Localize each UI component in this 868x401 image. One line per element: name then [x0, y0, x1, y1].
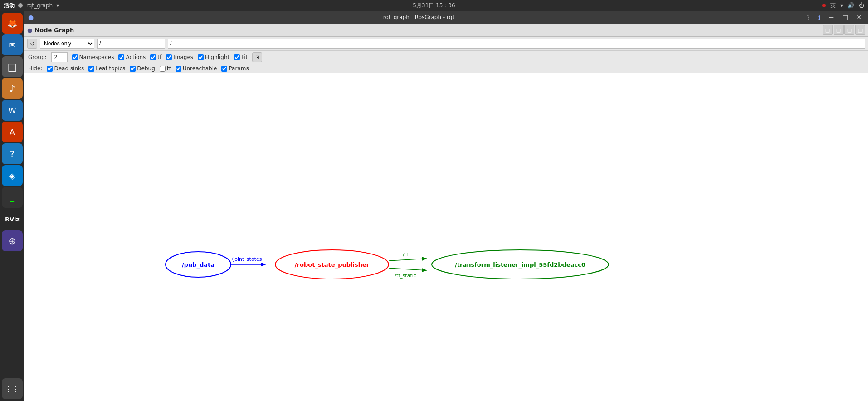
restore-win-btn[interactable]: □: [839, 13, 851, 22]
unreachable-text: Unreachable: [183, 65, 217, 72]
filter-input-1[interactable]: [97, 39, 165, 49]
highlight-checkbox-label[interactable]: Highlight: [198, 54, 229, 60]
sysbar-left: 活动 rqt_graph ▾: [4, 2, 59, 10]
tf-checkbox[interactable]: [150, 54, 156, 60]
node-pub-data-label: /pub_data: [182, 261, 215, 269]
datetime-label: 5月31日 15：36: [413, 2, 455, 10]
images-label: Images: [173, 54, 193, 60]
activity-label[interactable]: 活动: [4, 2, 15, 10]
panel-btn-2[interactable]: □: [834, 25, 844, 35]
dead-sinks-text: Dead sinks: [54, 65, 84, 72]
tf-label: tf: [157, 54, 161, 60]
refresh-button[interactable]: ↺: [27, 39, 37, 49]
dock-icon-help[interactable]: ?: [2, 143, 23, 164]
dead-sinks-label[interactable]: Dead sinks: [47, 65, 84, 72]
actions-label: Actions: [126, 54, 146, 60]
panel-btn-3[interactable]: □: [844, 25, 854, 35]
debug-checkbox[interactable]: [130, 66, 136, 72]
leaf-topics-label[interactable]: Leaf topics: [88, 65, 125, 72]
node-filter-dropdown[interactable]: Nodes only: [40, 39, 94, 49]
app-controls: ? ℹ − □ ✕: [804, 13, 864, 22]
edge-tf-static: [389, 268, 426, 270]
params-label[interactable]: Params: [221, 65, 249, 72]
hide-row: Hide: Dead sinks Leaf topics Debug: [24, 64, 868, 73]
dock-icon-terminal[interactable]: _: [2, 187, 23, 208]
dock-icon-rviz[interactable]: RViz: [2, 209, 23, 230]
dock-icon-firefox[interactable]: 🦊: [2, 13, 23, 34]
panel-icon-row: □ □ □ □: [823, 25, 865, 35]
images-checkbox-label[interactable]: Images: [166, 54, 193, 60]
edge-label-joint-states: /joint_states: [232, 256, 262, 262]
system-bar: 活动 rqt_graph ▾ 5月31日 15：36 英 ▾ 🔊 ⏻: [0, 0, 868, 11]
fit-button[interactable]: ⊡: [252, 52, 262, 62]
hide-label: Hide:: [28, 65, 42, 72]
fit-checkbox-label[interactable]: Fit: [234, 54, 248, 60]
audio-icon[interactable]: 🔊: [848, 2, 854, 9]
edge-label-tf: /tf: [403, 252, 409, 258]
fit-checkbox[interactable]: [234, 54, 240, 60]
group-spinbox[interactable]: [51, 52, 68, 62]
minimize-win-btn[interactable]: −: [826, 13, 837, 22]
actions-checkbox-label[interactable]: Actions: [118, 54, 146, 60]
lang-label[interactable]: 英: [830, 2, 836, 10]
left-dock: 🦊 ✉ □ ♪ W A ? ◈ _ RViz ⊕ ⋮⋮: [0, 11, 24, 401]
images-checkbox[interactable]: [166, 54, 172, 60]
ng-top-row: ↺ Nodes only: [24, 37, 868, 51]
unreachable-checkbox[interactable]: [176, 66, 181, 72]
actions-checkbox[interactable]: [118, 54, 124, 60]
app-icon: ●: [28, 14, 34, 21]
graph-canvas[interactable]: /pub_data /joint_states /robot_state_pub…: [24, 73, 868, 401]
dead-sinks-checkbox[interactable]: [47, 66, 53, 72]
params-text: Params: [229, 65, 249, 72]
app-name-label[interactable]: rqt_graph: [26, 2, 53, 9]
edge-label-tf-static: /tf_static: [395, 273, 416, 279]
dock-icon-rhythm[interactable]: ♪: [2, 78, 23, 99]
ng-panel-icon: ●: [27, 27, 32, 34]
group-label: Group:: [28, 54, 47, 60]
tf-hide-text: tf: [167, 65, 171, 72]
close-win-btn[interactable]: ✕: [853, 13, 864, 22]
options-row: Group: Namespaces Actions tf: [24, 51, 868, 64]
leaf-topics-text: Leaf topics: [96, 65, 125, 72]
lang-arrow[interactable]: ▾: [840, 2, 843, 9]
app-menu-arrow[interactable]: ▾: [56, 2, 59, 9]
dock-icon-vscode[interactable]: ◈: [2, 165, 23, 186]
app-title: rqt_graph__RosGraph - rqt: [34, 14, 804, 20]
tf-checkbox-label[interactable]: tf: [150, 54, 161, 60]
dock-icon-network[interactable]: ⊕: [2, 230, 23, 251]
ng-panel-title: Node Graph: [34, 27, 74, 34]
dock-icon-grid[interactable]: ⋮⋮: [2, 378, 23, 399]
app-titlebar: ● rqt_graph__RosGraph - rqt ? ℹ − □ ✕: [24, 11, 868, 24]
node-rsp-label: /robot_state_publisher: [295, 261, 370, 269]
record-dot: [822, 4, 826, 7]
fit-label: Fit: [241, 54, 248, 60]
sysbar-right: 英 ▾ 🔊 ⏻: [822, 2, 864, 10]
dock-icon-writer[interactable]: W: [2, 100, 23, 121]
edge-tf: [389, 259, 426, 261]
tf-hide-label[interactable]: tf: [160, 65, 171, 72]
params-checkbox[interactable]: [221, 66, 227, 72]
leaf-topics-checkbox[interactable]: [88, 66, 94, 72]
dock-icon-email[interactable]: ✉: [2, 34, 23, 55]
highlight-checkbox[interactable]: [198, 54, 204, 60]
highlight-label: Highlight: [205, 54, 229, 60]
node-graph-panel: ● Node Graph □ □ □ □ ↺ Nodes only: [24, 24, 868, 401]
unreachable-label[interactable]: Unreachable: [176, 65, 217, 72]
panel-btn-4[interactable]: □: [855, 25, 865, 35]
help-btn[interactable]: ?: [804, 13, 813, 22]
debug-label[interactable]: Debug: [130, 65, 155, 72]
namespaces-label: Namespaces: [79, 54, 114, 60]
filter-input-2[interactable]: [168, 39, 865, 49]
panel-btn-1[interactable]: □: [823, 25, 833, 35]
dock-icon-blank1[interactable]: □: [2, 56, 23, 77]
graph-svg: /pub_data /joint_states /robot_state_pub…: [24, 73, 868, 401]
debug-text: Debug: [137, 65, 155, 72]
tf-hide-checkbox[interactable]: [160, 66, 166, 72]
node-transform-listener-label: /transform_listener_impl_55fd2bdeacc0: [455, 261, 585, 269]
namespaces-checkbox-label[interactable]: Namespaces: [72, 54, 114, 60]
power-icon[interactable]: ⏻: [859, 2, 864, 9]
namespaces-checkbox[interactable]: [72, 54, 78, 60]
info-btn[interactable]: ℹ: [815, 13, 823, 22]
app-dot: [18, 3, 23, 8]
dock-icon-appstore[interactable]: A: [2, 122, 23, 142]
